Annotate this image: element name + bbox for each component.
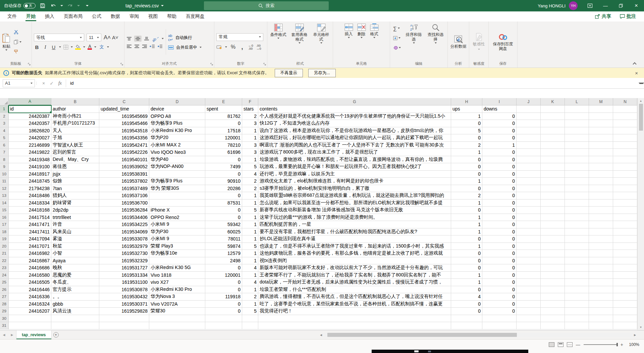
cell-J12[interactable] xyxy=(517,185,541,192)
cell-I27[interactable]: 0 xyxy=(482,293,517,301)
column-header-K[interactable]: K xyxy=(541,98,565,105)
cell-K23[interactable] xyxy=(541,264,565,272)
cell-C18[interactable]: 1619534069 xyxy=(99,228,149,236)
comma-style-icon[interactable]: , xyxy=(239,44,245,51)
cell-E25[interactable]: 0 xyxy=(205,279,242,286)
cell-F9[interactable]: 5 xyxy=(242,163,258,171)
cell-B5[interactable]: 子旭 xyxy=(51,134,99,142)
cell-F5[interactable]: 1 xyxy=(242,134,258,142)
cell-F29[interactable]: 5 xyxy=(242,308,258,315)
cell-H9[interactable]: 0 xyxy=(451,163,482,171)
cell-A17[interactable]: 24417471 xyxy=(9,221,51,228)
cell-A10[interactable]: 24418917 xyxy=(9,171,51,178)
cell-K6[interactable] xyxy=(541,142,565,149)
cell-C11[interactable]: 1619537802 xyxy=(99,178,149,185)
cell-G6[interactable]: 啊退坑了 渐渐的周围的人也不玩王者了 一个人坚持不下去了 无数次的下载 可能有3… xyxy=(258,142,451,149)
cell-D17[interactable]: 小米MI 9 xyxy=(149,221,205,228)
align-bottom-icon[interactable] xyxy=(144,37,149,41)
fill-button[interactable] xyxy=(392,34,402,42)
cell-K7[interactable] xyxy=(541,149,565,156)
cell-K14[interactable] xyxy=(541,200,565,207)
cut-button[interactable] xyxy=(13,28,22,36)
cell-L6[interactable] xyxy=(565,142,589,149)
cell-H8[interactable]: 0 xyxy=(451,156,482,164)
cell-F6[interactable]: 3 xyxy=(242,142,258,149)
cell-J7[interactable] xyxy=(517,149,541,156)
save-as-button[interactable]: 另存为... xyxy=(308,69,336,77)
share-button[interactable]: 共享 xyxy=(592,12,614,20)
cell-B21[interactable]: 小智 xyxy=(51,250,99,257)
cell-D11[interactable]: 华为畅享9 Plus xyxy=(149,178,205,185)
minimize-button[interactable]: — xyxy=(598,0,613,11)
cell-I19[interactable]: 0 xyxy=(482,235,517,243)
cell-B29[interactable]: 风清云淡 xyxy=(51,308,99,315)
cell-E2[interactable]: 81762 xyxy=(205,113,242,120)
cell-C16[interactable]: 1619534406 xyxy=(99,214,149,221)
cell-I9[interactable]: 0 xyxy=(482,163,517,171)
cell-G18[interactable]: 要不是没有零星，我都想打零星，什么破匹配机制给我匹配纯送恶心的队友? xyxy=(258,228,451,236)
cell-H28[interactable]: 0 xyxy=(451,301,482,308)
font-name-select[interactable]: 等线 xyxy=(34,34,84,41)
cell-I28[interactable]: 0 xyxy=(482,301,517,308)
row-header-6[interactable]: 6 xyxy=(0,142,9,149)
cell-K8[interactable] xyxy=(541,156,565,164)
row-header-28[interactable]: 28 xyxy=(0,301,9,308)
cell-D20[interactable]: 荣耀 Play3 xyxy=(149,243,205,250)
cell-G12[interactable]: s3赛季开始玩的，被elo机制安排地明明白白，累了嗷 xyxy=(258,185,451,192)
cell-H29[interactable]: 0 xyxy=(451,308,482,315)
cell-E29[interactable]: 0 xyxy=(205,308,242,315)
quick-access-customize-icon[interactable] xyxy=(86,5,89,6)
scroll-left-icon[interactable]: ◀ xyxy=(319,334,323,337)
cell-C15[interactable]: 1619536284 xyxy=(99,207,149,214)
orientation-dropdown-icon[interactable] xyxy=(162,38,164,39)
row-header-22[interactable]: 22 xyxy=(0,257,9,265)
cell-E5[interactable]: 120001 xyxy=(205,134,242,142)
cell-G21[interactable]: 这他妈废物玩意，服务器卡的要死，有那么多钱，他喵肯定是被上次收了好吧，这游戏就 xyxy=(258,250,451,257)
cell-G5[interactable]: 这游戏巨好玩，好玩在哪呢他可以通地府让你跟阴间的人一起玩，真的赶紧下载吧一起玩 xyxy=(258,134,451,142)
cell-C13[interactable]: 1619537106 xyxy=(99,192,149,200)
sort-filter-button[interactable]: AZ 排序和筛选 xyxy=(404,24,424,44)
cell-C5[interactable]: 1619543356 xyxy=(99,134,149,142)
orientation-icon[interactable]: ab→ xyxy=(151,34,160,42)
cell-D29[interactable]: 荣耀30 xyxy=(149,308,205,315)
cell-K11[interactable] xyxy=(541,178,565,185)
cell-F13[interactable]: 1 xyxy=(242,192,258,200)
cell-H30[interactable] xyxy=(451,315,482,322)
cell-G7[interactable]: 这游戏玩了8000多吧，现在出来工作了，就不是很想玩了 xyxy=(258,149,451,156)
cell-B28[interactable]: gbbb xyxy=(51,301,99,308)
cell-F14[interactable]: 1 xyxy=(242,200,258,207)
cell-M23[interactable] xyxy=(589,264,613,272)
save-to-baidu-button[interactable]: 保存到百度网盘 xyxy=(492,33,514,51)
cell-H2[interactable]: 1 xyxy=(451,113,482,120)
save-icon[interactable] xyxy=(39,2,46,9)
cell-I10[interactable]: 0 xyxy=(482,171,517,178)
cell-L21[interactable] xyxy=(565,250,589,257)
cell-N8[interactable] xyxy=(613,156,637,164)
fill-color-button[interactable] xyxy=(75,45,81,50)
cell-L9[interactable] xyxy=(565,163,589,171)
cell-E26[interactable]: 0 xyxy=(205,286,242,294)
cell-C24[interactable]: 1619531334 xyxy=(99,272,149,279)
cell-J28[interactable] xyxy=(517,301,541,308)
row-header-1[interactable]: 1 xyxy=(0,105,9,113)
column-header-I[interactable]: I xyxy=(482,98,517,105)
cell-H27[interactable]: 4 xyxy=(451,293,482,301)
cell-A15[interactable]: 24418168 xyxy=(9,207,51,214)
row-header-14[interactable]: 14 xyxy=(0,200,9,207)
prev-sheet-icon[interactable]: ◀ xyxy=(0,330,8,339)
cell-A1[interactable]: id xyxy=(9,105,51,113)
cell-E30[interactable] xyxy=(205,315,242,322)
cell-I29[interactable]: 0 xyxy=(482,308,517,315)
underline-dropdown-icon[interactable] xyxy=(59,46,61,48)
cell-M29[interactable] xyxy=(589,308,613,315)
cell-B26[interactable]: 官方提示 xyxy=(51,286,99,294)
cell-C2[interactable]: 1619545669 xyxy=(99,113,149,120)
cell-H20[interactable]: 1 xyxy=(451,243,482,250)
cell-N24[interactable] xyxy=(613,272,637,279)
cell-B30[interactable] xyxy=(51,315,99,322)
select-all-corner[interactable] xyxy=(0,98,9,105)
row-header-9[interactable]: 9 xyxy=(0,163,9,171)
cell-F24[interactable]: 1 xyxy=(242,272,258,279)
cell-I15[interactable]: 0 xyxy=(482,207,517,214)
cell-G3[interactable]: 快12G了，不知道为啥这么占内存 xyxy=(258,120,451,127)
